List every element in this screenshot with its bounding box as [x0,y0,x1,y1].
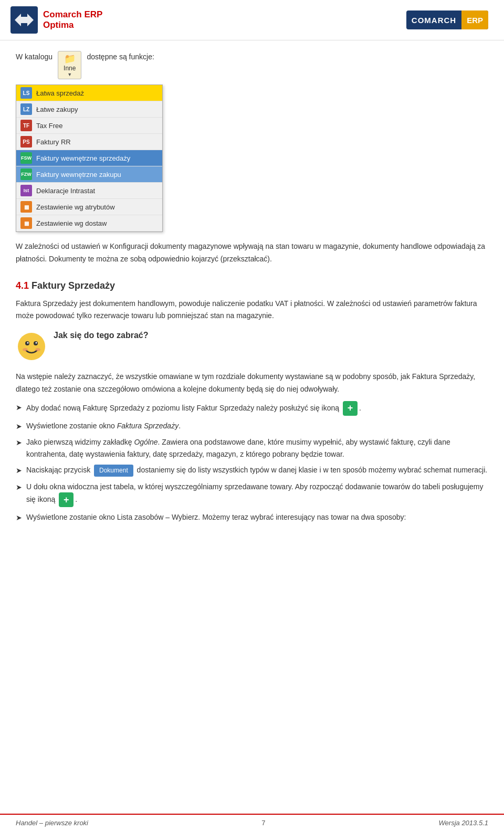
menu-label-tax-free: Tax Free [36,122,63,130]
bullet-text-2: Wyświetlone zostanie okno Faktura Sprzed… [26,420,181,432]
footer-left: Handel – pierwsze kroki [16,819,88,827]
menu-icon-fzw: FZW [20,169,32,180]
menu-item-deklaracje-intrastat[interactable]: Ist Deklaracje Intrastat [16,183,162,199]
bullet-list: ➤ Aby dodać nową Fakturę Sprzedaży z poz… [16,401,488,524]
list-item: ➤ Naciskając przycisk Dokument dostaniem… [16,464,488,477]
section-title: Faktury Sprzedaży [32,280,115,291]
menu-icon-attr: ▦ [20,201,32,213]
section-desc-1: Faktura Sprzedaży jest dokumentem handlo… [16,298,488,323]
badge-comarch: COMARCH [406,16,461,25]
menu-icon-lz: LZ [20,103,32,115]
list-item: ➤ U dołu okna widoczna jest tabela, w kt… [16,481,488,507]
menu-icon-dostaw: ▦ [20,217,32,229]
menu-icon-fsw: FSW [20,152,32,164]
bullet-arrow-3: ➤ [16,437,22,448]
page-footer: Handel – pierwsze kroki 7 Wersja 2013.5.… [0,814,504,831]
footer-center: 7 [261,819,265,827]
bullet-text-6: Wyświetlone zostanie okno Lista zasobów … [26,511,406,523]
inne-button[interactable]: 📁 Inne ▼ [58,51,81,79]
bullet-arrow-5: ➤ [16,481,22,493]
intro-before-menu: W katalogu [16,51,52,64]
menu-label-latwe-zakupy: Łatwe zakupy [36,106,78,113]
menu-item-zestawienie-atrybutow[interactable]: ▦ Zestawienie wg atrybutów [16,199,162,215]
main-content: W katalogu 📁 Inne ▼ dostępne są funkcje:… [0,40,504,561]
footer-right: Wersja 2013.5.1 [439,819,488,827]
bullet-arrow-6: ➤ [16,512,22,523]
menu-item-latwe-zakupy[interactable]: LZ Łatwe zakupy [16,101,162,118]
logo-icon [10,6,38,34]
menu-icon-ls: LS [20,87,32,99]
svg-point-5 [27,342,29,344]
bullet-arrow-4: ➤ [16,465,22,476]
dropdown-arrow-icon: ▼ [67,72,72,77]
menu-label-latwa-sprzedaz: Łatwa sprzedaż [36,89,84,97]
bullet-arrow-2: ➤ [16,420,22,432]
tip-box: Jak się do tego zabrać? [16,331,488,362]
badge-erp: ERP [461,10,488,29]
logo-text: Comarch ERP Optima [43,9,102,31]
menu-label-faktury-rr: Faktury RR [36,138,71,146]
menu-item-faktury-rr[interactable]: PS Faktury RR [16,134,162,150]
tip-title: Jak się do tego zabrać? [54,331,149,340]
product-name: Optima [43,20,102,30]
add-icon-2: + [59,492,74,507]
menu-item-faktury-wew-zakupu[interactable]: FZW Faktury wewnętrzne zakupu [16,166,162,183]
windows-menu: LS Łatwa sprzedaż LZ Łatwe zakupy TF Tax… [16,85,163,232]
brand-name: Comarch ERP [43,9,102,20]
list-item: ➤ Aby dodać nową Fakturę Sprzedaży z poz… [16,401,488,416]
bullet-arrow-1: ➤ [16,402,22,413]
comarch-badge: COMARCH ERP [406,10,488,29]
intro-after-menu: dostępne są funkcje: [87,51,154,64]
menu-icon-ps: PS [20,136,32,148]
tip-paragraph: Na wstępie należy zaznaczyć, że wszystki… [16,371,488,396]
para-intro: W zależności od ustawień w Konfiguracji … [16,240,488,266]
menu-icon-istat: Ist [20,185,32,196]
menu-item-faktury-wew-sprzedazy[interactable]: FSW Faktury wewnętrzne sprzedaży [16,150,162,166]
section-heading-4-1: 4.1 Faktury Sprzedaży [16,280,488,291]
intro-section: W katalogu 📁 Inne ▼ dostępne są funkcje:… [16,51,488,232]
bullet-text-3: Jako pierwszą widzimy zakładkę Ogólne. Z… [26,436,488,460]
menu-item-tax-free[interactable]: TF Tax Free [16,118,162,134]
list-item: ➤ Wyświetlone zostanie okno Lista zasobó… [16,511,488,523]
dokument-button[interactable]: Dokument [94,465,133,477]
list-item: ➤ Jako pierwszą widzimy zakładkę Ogólne.… [16,436,488,460]
menu-label-zestawienie-dostaw: Zestawienie wg dostaw [36,219,107,227]
svg-point-6 [36,342,37,344]
folder-icon: 📁 [64,53,76,65]
section-number: 4.1 [16,280,29,291]
list-item: ➤ Wyświetlone zostanie okno Faktura Sprz… [16,420,488,432]
inne-label: Inne [64,65,76,72]
menu-label-faktury-wew-zakupu: Faktury wewnętrzne zakupu [36,171,121,178]
section-4-1: 4.1 Faktury Sprzedaży Faktura Sprzedaży … [16,280,488,323]
svg-point-7 [23,348,28,351]
bullet-text-5: U dołu okna widoczna jest tabela, w któr… [26,481,488,507]
add-icon-1: + [343,401,358,416]
menu-item-latwa-sprzedaz[interactable]: LS Łatwa sprzedaż [16,85,162,101]
menu-label-faktury-wew-sprzedazy: Faktury wewnętrzne sprzedaży [36,154,130,162]
menu-label-deklaracje-intrastat: Deklaracje Intrastat [36,187,95,195]
bullet-text-1: Aby dodać nową Fakturę Sprzedaży z pozio… [26,401,361,416]
bullet-text-4: Naciskając przycisk Dokument dostaniemy … [26,464,487,477]
menu-label-zestawienie-atrybutow: Zestawienie wg atrybutów [36,203,115,211]
menu-icon-tf: TF [20,120,32,131]
tip-content: Jak się do tego zabrać? [54,331,149,342]
page-header: Comarch ERP Optima COMARCH ERP [0,0,504,40]
svg-point-2 [18,333,45,360]
menu-item-zestawienie-dostaw[interactable]: ▦ Zestawienie wg dostaw [16,215,162,232]
svg-point-8 [35,348,40,351]
logo-area: Comarch ERP Optima [10,6,102,34]
mascot-icon [16,331,47,362]
